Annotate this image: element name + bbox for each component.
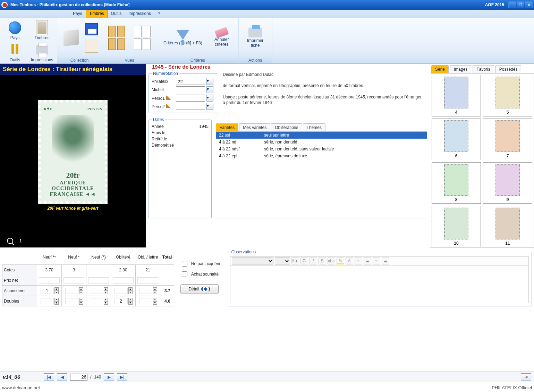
prixnet-3[interactable] [88,277,109,284]
tab-varietes[interactable]: Variétés [216,123,238,131]
criteria-button[interactable]: Critères ([Shift] + F8) [160,28,206,47]
collection-open-button[interactable] [84,38,99,53]
thumb-tab-images[interactable]: Images [450,65,471,73]
aconserver-3[interactable] [90,287,103,294]
series-thumb[interactable]: 6 [432,119,481,160]
launch-impressions[interactable]: Impressions [28,42,56,63]
font-size-select[interactable] [275,258,290,264]
font-family-select[interactable] [232,258,273,264]
dropdown-michel[interactable]: ▾ [206,86,213,93]
close-button[interactable]: ✕ [525,1,533,8]
series-thumb[interactable]: 9 [483,162,532,204]
zoom-icon[interactable] [7,238,13,244]
tab-obliterations[interactable]: Oblitérations [271,123,302,131]
dropdown-philatelix[interactable]: ▾ [206,78,213,85]
input-philatelix[interactable] [176,78,205,85]
menu-help[interactable]: ? [154,10,164,18]
series-thumb[interactable]: 7 [483,119,532,160]
variety-row[interactable]: 4 à 22 ndsf série, non dentelé, sans val… [216,146,427,153]
strike-button[interactable]: abc [328,258,335,264]
menu-outils[interactable]: Outils [108,10,125,18]
collection-album-button[interactable] [60,28,82,47]
nav-first[interactable]: |◀ [44,373,54,381]
prixnet-5[interactable] [137,277,159,284]
detail-button[interactable]: Détail [180,284,219,294]
observations-textarea[interactable] [230,265,529,303]
doubles-4[interactable] [114,298,128,305]
font-color-button[interactable]: A [346,258,353,264]
input-michel[interactable] [176,86,205,93]
menu-pays[interactable]: Pays [69,10,86,18]
doubles-3[interactable] [90,298,103,305]
series-thumb[interactable]: 11 [483,206,532,247]
doubles-2[interactable] [65,298,79,305]
aconserver-4[interactable] [114,287,128,294]
spinner[interactable]: ▲▼ [79,287,83,294]
nav-current-input[interactable] [70,374,87,381]
prixnet-4[interactable] [112,277,134,284]
nav-exit[interactable]: ⇥ [521,373,531,381]
variety-row[interactable]: 4 à 22 nd série, non dentelé [216,139,427,146]
tab-themes[interactable]: Thèmes [303,123,325,131]
align-justify[interactable]: ≣ [382,258,389,264]
cancel-criteria-button[interactable]: Annuler critères [208,27,236,49]
highlight-button[interactable]: ✎ [337,258,344,264]
input-perso1[interactable] [176,95,205,102]
series-thumb[interactable]: 4 [432,75,481,116]
nav-prev[interactable]: ◀ [57,373,67,381]
spinner[interactable]: ▲▼ [153,287,157,294]
variety-row[interactable]: 22 ssl seul sur lettre [216,132,427,139]
italic-button[interactable]: I [310,258,317,264]
thumb-scroll[interactable]: 4567891011 [430,73,534,247]
launch-timbres[interactable]: Timbres [28,20,56,41]
view-thumbs-button[interactable] [105,24,128,52]
spinner[interactable]: ▲▼ [128,287,133,294]
input-perso2[interactable] [176,103,205,110]
launch-pays[interactable]: Pays [1,20,28,41]
align-left[interactable]: ≡ [355,258,362,264]
spinner[interactable]: ▲▼ [104,298,108,305]
maximize-button[interactable]: ☐ [517,1,524,8]
check-ne-pas-acquerir[interactable]: Ne pas acquérir [180,260,221,268]
menu-impressions[interactable]: Impressions [125,10,154,18]
underline-button[interactable]: S [319,258,326,264]
stamp-index[interactable]: 1 [19,238,22,243]
print-sheet-button[interactable]: Imprimer fiche [241,26,269,50]
size-up[interactable]: A▲ [291,258,299,264]
doubles-1[interactable] [40,298,54,305]
prixnet-1[interactable] [39,277,60,284]
align-center[interactable]: ≣ [364,258,371,264]
spinner[interactable]: ▲▼ [153,298,157,305]
launch-outils[interactable]: Outils [1,42,28,63]
series-thumb[interactable]: 5 [483,75,532,116]
check-achat-souhaite[interactable]: Achat souhaité [180,270,221,278]
spinner[interactable]: ▲▼ [128,298,133,305]
aconserver-2[interactable] [65,287,79,294]
dropdown-perso2[interactable]: ▾ [206,103,213,110]
spinner[interactable]: ▲▼ [54,298,59,305]
series-thumb[interactable]: 8 [432,162,481,204]
align-right[interactable]: ≡ [373,258,380,264]
nav-next[interactable]: ▶ [104,373,114,381]
aconserver-1[interactable] [40,287,54,294]
spinner[interactable]: ▲▼ [54,287,59,294]
spinner[interactable]: ▲▼ [104,287,108,294]
stamp-image[interactable]: R✝FPOSTES 20fr AFRIQUEOCCIDENTALEFRANÇAI… [38,100,108,204]
menu-timbres[interactable]: Timbres [86,10,108,18]
bold-button[interactable]: G [300,258,308,264]
thumb-tab-serie[interactable]: Série [431,65,449,73]
doubles-5[interactable] [139,298,153,305]
collection-save-button[interactable] [84,22,99,36]
dropdown-perso1[interactable]: ▾ [206,95,213,102]
thumb-tab-possedes[interactable]: Possédés [495,65,522,73]
nav-last[interactable]: ▶| [117,373,127,381]
variety-row[interactable]: 4 à 22 epl série, épreuves de luxe [216,153,427,159]
prixnet-2[interactable] [63,277,85,284]
aconserver-5[interactable] [139,287,153,294]
series-thumb[interactable]: 10 [432,206,481,247]
thumb-tab-favoris[interactable]: Favoris [473,65,494,73]
tab-mes-varietes[interactable]: Mes variétés [239,123,270,131]
spinner[interactable]: ▲▼ [79,298,83,305]
minimize-button[interactable]: ─ [508,1,516,8]
variety-list[interactable]: 22 ssl seul sur lettre 4 à 22 nd série, … [216,132,427,218]
